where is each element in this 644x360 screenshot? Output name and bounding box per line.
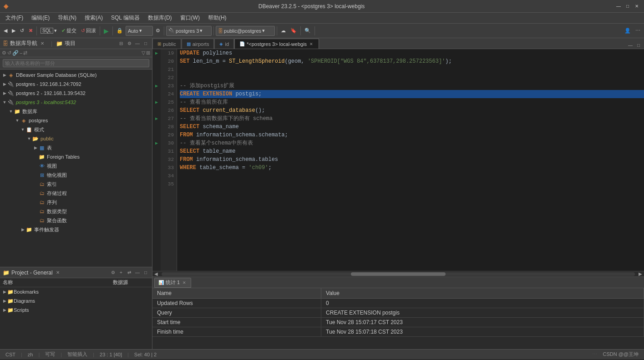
tree-item-postgres-db[interactable]: ▼ ◈ postgres [0,116,152,125]
tree-item-postgres3[interactable]: ▼ 🔌 postgres 3 - localhost:5432 [0,98,152,107]
db-tree: ▶ ◈ DBeaver Sample Database (SQLite) ▶ 🔌… [0,70,152,267]
filter-minus-btn[interactable]: − [20,50,22,56]
result-cell-value: CREATE EXTENSION postgis [321,308,644,318]
toolbar-sql[interactable]: SQL ▾ [39,25,59,36]
project-add-btn[interactable]: + [117,269,125,276]
tree-item-agg-funcs[interactable]: ▶ 🗂 聚合函数 [0,216,152,225]
minimize-button[interactable]: — [615,3,622,10]
project-item-bookmarks[interactable]: ▶ 📁 Bookmarks [0,287,152,296]
toolbar-lock[interactable]: 🔒 [115,25,125,36]
scroll-track[interactable] [162,272,635,276]
toolbar-settings[interactable]: ⚙ [154,25,162,36]
menu-file[interactable]: 文件(F) [2,13,27,23]
project-maximize-btn[interactable]: □ [142,269,149,276]
project-item-scripts[interactable]: ▶ 📁 Scripts [0,305,152,315]
tree-arrow: ▶ [2,299,7,303]
project-title: Project - General [11,270,53,276]
scroll-right-btn[interactable]: ▶ [637,271,644,276]
tree-item-tables[interactable]: ▶ ▦ 表 [0,143,152,152]
code-editor[interactable]: ▶ ▶ ▶ ▶ ▶ [152,49,644,271]
toolbar-extra[interactable]: ⋯ [634,25,642,36]
editor-tabs-minimize[interactable]: — [627,41,634,49]
tree-arrow: ▼ [2,100,7,105]
toolbar-stop[interactable]: ✖ [27,25,35,36]
toolbar-bookmark[interactable]: 🔖 [289,25,299,36]
toolbar-execute[interactable]: ▶ [102,25,111,36]
tree-item-sequences[interactable]: ▶ 🗂 序列 [0,198,152,207]
tree-item-mat-views[interactable]: ▶ ⊞ 物化视图 [0,170,152,180]
nav-maximize-btn[interactable]: □ [142,40,149,47]
project-settings-btn[interactable]: ⚙ [109,269,117,276]
toolbar-search[interactable]: 🔍 [303,25,313,36]
menu-help[interactable]: 帮助(H) [204,13,230,23]
tree-item-indexes[interactable]: ▶ 🗂 索引 [0,180,152,189]
result-tab-stats[interactable]: 📊 统计 1 ✕ [154,278,191,288]
editor-tabs-maximize[interactable]: □ [635,41,642,49]
tab-sql-editor[interactable]: 📄 *<postgres 3> local-webgis ✕ [234,39,319,49]
project-item-diagrams[interactable]: ▶ 📁 Diagrams [0,296,152,305]
filter-refresh-btn[interactable]: ↺ [7,50,11,56]
db-nav-close[interactable]: ✕ [39,40,46,47]
toolbar-forward[interactable]: ▶ [10,25,17,36]
toolbar-cloud[interactable]: ☁ [279,25,288,36]
auto-commit-dropdown[interactable]: Auto ▾ [126,26,153,36]
tree-item-schemas[interactable]: ▼ 📋 模式 [0,125,152,134]
tree-item-databases[interactable]: ▼ 📁 数据库 [0,107,152,116]
project-nav-btn[interactable]: ⇄ [126,269,133,276]
project-col-name: 名称 [3,279,113,286]
horizontal-scrollbar[interactable]: ◀ ▶ [152,271,644,276]
collapse-all-btn[interactable]: ⊟ [117,40,125,47]
menu-navigate[interactable]: 导航(N) [54,13,80,23]
tab-id[interactable]: ◈ id [214,39,234,49]
tree-item-postgres2[interactable]: ▶ 🔌 postgres 2 - 192.168.1.39:5432 [0,89,152,98]
nav-minimize-btn[interactable]: — [134,40,141,47]
tree-item-foreign-tables[interactable]: ▶ 📁 Foreign Tables [0,152,152,161]
result-row-finish: Finish time Tue Nov 28 15:07:18 CST 2023 [152,327,644,337]
tree-item-dbeaver-sample[interactable]: ▶ ◈ DBeaver Sample Database (SQLite) [0,70,152,80]
toolbar-sep-6 [277,26,277,35]
tree-item-data-types[interactable]: ▶ 🗂 数据类型 [0,207,152,216]
tab-public[interactable]: ⊞ public [152,39,181,49]
toolbar-user[interactable]: 👤 [623,25,633,36]
tab-airports[interactable]: ▦ airports [182,39,214,49]
tab-close-btn[interactable]: ✕ [309,41,314,47]
toolbar-refresh[interactable]: ↺ [18,25,26,36]
filter-expand-icon[interactable]: ⊞ [146,50,150,56]
chevron-down-icon: ▾ [262,28,265,34]
tree-item-procedures[interactable]: ▶ 🗂 存储过程 [0,189,152,198]
close-button[interactable]: ✕ [633,3,640,10]
filter-funnel-icon[interactable]: ▽ [142,50,145,56]
connection-dropdown[interactable]: 🔌 postgres 3 ▾ [166,26,212,36]
project-tab-close[interactable]: ✕ [55,270,61,276]
menu-search[interactable]: 搜索(A) [81,13,106,23]
menu-sql-editor[interactable]: SQL 编辑器 [107,13,143,23]
project-minimize-btn[interactable]: — [134,269,141,276]
tree-label: postgres 3 - localhost:5432 [16,100,76,105]
tree-item-event-triggers[interactable]: ▶ 📁 事件触发器 [0,225,152,234]
scroll-thumb[interactable] [351,272,446,276]
nav-settings-btn[interactable]: ⚙ [126,40,133,47]
menu-edit[interactable]: 编辑(E) [28,13,53,23]
project-tab-label: 项目 [65,40,76,47]
toolbar-back[interactable]: ◀ [2,25,9,36]
toolbar-commit[interactable]: ✔ 提交 [60,25,78,36]
nav-panel-controls: ⊟ ⚙ — □ [117,40,149,47]
tree-item-public-schema[interactable]: ▼ 📂 public [0,134,152,143]
toolbar-rollback[interactable]: ↺ 回滚 [79,25,98,36]
menu-database[interactable]: 数据库(D) [144,13,176,23]
project-folder-icon: 📁 [3,270,10,276]
status-position: 23 : 1 [40] [98,352,124,357]
search-input[interactable] [3,59,149,67]
filter-link-icon[interactable]: 🔗 [12,50,19,56]
filter-arrow-btn[interactable]: ⇄ [23,50,27,56]
tree-label: 存储过程 [47,190,67,197]
code-line-27: -- 查看当前数据库下的所有 schema [180,115,644,123]
code-content: UPDATE polylines SET len_in_m = ST_Lengt… [177,49,644,271]
database-dropdown[interactable]: 🗄 public@postgres ▾ [216,26,275,36]
menu-window[interactable]: 窗口(W) [177,13,203,23]
scroll-left-btn[interactable]: ◀ [152,271,160,276]
tree-item-postgres1[interactable]: ▶ 🔌 postgres - 192.168.1.24:7092 [0,80,152,89]
tree-item-views[interactable]: ▶ 👁 视图 [0,161,152,170]
maximize-button[interactable]: □ [624,3,631,10]
result-tab-close[interactable]: ✕ [182,280,187,285]
